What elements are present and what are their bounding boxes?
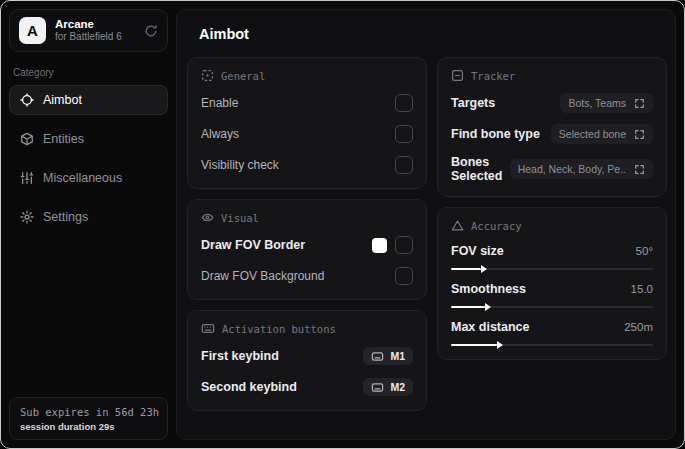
- fov-size-slider[interactable]: [451, 268, 653, 270]
- setting-label: Max distance: [451, 320, 530, 334]
- fov-size-setting: FOV size 50°: [451, 244, 653, 270]
- app-name: Arcane: [55, 17, 122, 31]
- activation-buttons-card: Activation buttons First keybind M1: [187, 310, 427, 411]
- app-subtitle: for Battlefield 6: [55, 31, 122, 44]
- box-icon: [20, 132, 34, 146]
- activation-card-title: Activation buttons: [222, 323, 336, 335]
- general-card: General Enable Always Visibility check: [187, 57, 427, 189]
- general-card-header: General: [201, 69, 413, 82]
- sliders-icon: [20, 171, 34, 185]
- tracker-card-header: Tracker: [451, 69, 653, 82]
- slider-thumb[interactable]: [497, 341, 503, 349]
- expand-icon: [634, 129, 645, 140]
- setting-label: Visibility check: [201, 158, 279, 172]
- expand-icon: [634, 164, 645, 175]
- general-card-title: General: [221, 70, 265, 82]
- tracker-card: Tracker Targets Bots, Teams: [437, 57, 667, 197]
- smoothness-setting: Smoothness 15.0: [451, 282, 653, 308]
- setting-label: Bones Selected: [451, 155, 510, 183]
- subscription-info: Sub expires in 56d 23h session duration …: [9, 397, 168, 440]
- setting-row-draw-fov-background: Draw FOV Background: [201, 266, 413, 286]
- slider-fill: [451, 344, 497, 346]
- sidebar-header: A Arcane for Battlefield 6: [9, 9, 168, 52]
- setting-label: Find bone type: [451, 127, 540, 141]
- setting-label: Targets: [451, 96, 495, 110]
- setting-row-always: Always: [201, 124, 413, 144]
- sidebar-item-aimbot[interactable]: Aimbot: [9, 85, 168, 115]
- setting-label: Second keybind: [201, 380, 297, 394]
- sidebar-item-label: Entities: [43, 132, 84, 146]
- dropdown-value: Selected bone: [559, 128, 626, 140]
- visual-card: Visual Draw FOV Border Draw FOV Backgrou…: [187, 199, 427, 300]
- setting-label: Enable: [201, 96, 238, 110]
- setting-label: Smoothness: [451, 282, 526, 296]
- sync-icon[interactable]: [144, 24, 158, 38]
- fov-border-color-swatch[interactable]: [372, 238, 387, 253]
- sidebar-nav: Aimbot Entities Miscella: [9, 85, 168, 232]
- draw-fov-background-checkbox[interactable]: [395, 267, 413, 285]
- main-panel: Aimbot General: [176, 9, 676, 440]
- keyboard-icon: [371, 351, 384, 362]
- accuracy-card: Accuracy FOV size 50°: [437, 207, 667, 360]
- draw-fov-border-checkbox[interactable]: [395, 236, 413, 254]
- keyboard-icon: [201, 322, 215, 335]
- gear-icon: [20, 210, 34, 224]
- slider-thumb[interactable]: [485, 303, 491, 311]
- sidebar-item-label: Miscellaneous: [43, 171, 122, 185]
- enable-checkbox[interactable]: [395, 94, 413, 112]
- setting-row-visibility-check: Visibility check: [201, 155, 413, 175]
- accuracy-card-header: Accuracy: [451, 219, 653, 232]
- slider-thumb[interactable]: [481, 265, 487, 273]
- category-label: Category: [13, 67, 164, 78]
- max-distance-setting: Max distance 250m: [451, 320, 653, 346]
- expand-icon: [634, 98, 645, 109]
- crosshair-icon: [20, 93, 34, 107]
- sidebar-item-miscellaneous[interactable]: Miscellaneous: [9, 163, 168, 193]
- sidebar-item-label: Settings: [43, 210, 88, 224]
- max-distance-value: 250m: [624, 321, 653, 333]
- app-logo: A: [19, 17, 46, 44]
- bones-selected-dropdown[interactable]: Head, Neck, Body, Pe..: [510, 159, 653, 179]
- keyboard-icon: [371, 382, 384, 393]
- visual-card-title: Visual: [221, 212, 259, 224]
- slider-fill: [451, 306, 485, 308]
- keybind-value: M1: [390, 350, 405, 362]
- eye-icon: [201, 211, 214, 224]
- setting-row-second-keybind: Second keybind M2: [201, 377, 413, 397]
- setting-row-targets: Targets Bots, Teams: [451, 93, 653, 113]
- sidebar-item-entities[interactable]: Entities: [9, 124, 168, 154]
- setting-label: Draw FOV Background: [201, 269, 324, 283]
- setting-label: First keybind: [201, 349, 279, 363]
- right-column: Tracker Targets Bots, Teams: [437, 57, 667, 411]
- slider-fill: [451, 268, 481, 270]
- targets-dropdown[interactable]: Bots, Teams: [560, 93, 653, 113]
- setting-row-draw-fov-border: Draw FOV Border: [201, 235, 413, 255]
- setting-label: Always: [201, 127, 239, 141]
- smoothness-slider[interactable]: [451, 306, 653, 308]
- sidebar-item-settings[interactable]: Settings: [9, 202, 168, 232]
- focus-square-icon: [201, 69, 214, 82]
- setting-label: FOV size: [451, 244, 504, 258]
- tracker-card-title: Tracker: [471, 70, 515, 82]
- sidebar: A Arcane for Battlefield 6 Category: [1, 1, 176, 448]
- max-distance-slider[interactable]: [451, 344, 653, 346]
- left-column: General Enable Always Visibility check: [187, 57, 427, 411]
- setting-label: Draw FOV Border: [201, 238, 305, 252]
- session-duration-text: session duration 29s: [20, 421, 157, 432]
- visual-card-header: Visual: [201, 211, 413, 224]
- second-keybind-button[interactable]: M2: [363, 378, 413, 396]
- app-title-block: Arcane for Battlefield 6: [55, 17, 122, 44]
- dropdown-value: Bots, Teams: [568, 97, 626, 109]
- activation-card-header: Activation buttons: [201, 322, 413, 335]
- find-bone-type-dropdown[interactable]: Selected bone: [551, 124, 653, 144]
- fov-border-controls: [372, 236, 413, 254]
- always-checkbox[interactable]: [395, 125, 413, 143]
- accuracy-card-title: Accuracy: [471, 220, 522, 232]
- first-keybind-button[interactable]: M1: [363, 347, 413, 365]
- dropdown-value: Head, Neck, Body, Pe..: [518, 163, 626, 175]
- visibility-check-checkbox[interactable]: [395, 156, 413, 174]
- page-title: Aimbot: [199, 26, 667, 42]
- keybind-value: M2: [390, 381, 405, 393]
- setting-row-bones-selected: Bones Selected Head, Neck, Body, Pe..: [451, 155, 653, 183]
- fov-size-value: 50°: [636, 245, 653, 257]
